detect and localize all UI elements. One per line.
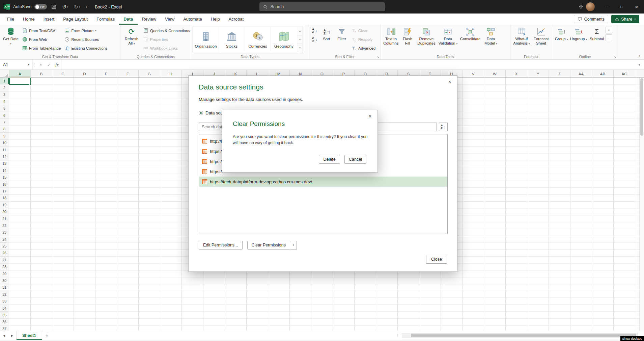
sort-button[interactable]: AZ↑↓ Sort [319, 26, 334, 42]
data-source-item[interactable]: https://tech-dataplatform-dev.apps.rhos.… [199, 177, 447, 187]
column-header-C[interactable]: C [52, 70, 74, 77]
enter-icon[interactable]: ✓ [45, 60, 53, 70]
vertical-scrollbar-thumb[interactable] [640, 78, 643, 136]
undo-button[interactable]: ↺▾ [61, 4, 69, 9]
column-header-G[interactable]: G [139, 70, 160, 77]
collapse-ribbon-icon[interactable]: ∧ [638, 54, 641, 58]
row-header-31[interactable]: 31 [0, 284, 9, 291]
column-header-F[interactable]: F [117, 70, 139, 77]
close-icon[interactable]: × [365, 112, 375, 121]
workbook-links-button[interactable]: Workbook Links [141, 44, 192, 52]
minimize-button[interactable]: — [599, 0, 614, 14]
queries-connections-button[interactable]: Queries & Connections [141, 26, 192, 35]
flash-fill-button[interactable]: Flash Fill [400, 26, 415, 47]
row-header-1[interactable]: 1 [0, 78, 9, 84]
row-header-5[interactable]: 5 [0, 105, 9, 112]
column-header-Z[interactable]: Z [549, 70, 570, 77]
fill-handle[interactable] [29, 83, 31, 85]
subtotal-button[interactable]: Σ Subtotal [588, 26, 606, 42]
cancel-icon[interactable]: × [37, 60, 45, 70]
text-to-columns-button[interactable]: Text to Columns [382, 26, 400, 47]
properties-button[interactable]: Properties [141, 35, 192, 44]
tab-home[interactable]: Home [19, 14, 39, 25]
row-header-28[interactable]: 28 [0, 264, 9, 270]
formula-input[interactable] [61, 60, 635, 70]
data-validation-button[interactable]: Data Validation ▾ [438, 26, 458, 47]
column-header-W[interactable]: W [484, 70, 506, 77]
row-header-33[interactable]: 33 [0, 298, 9, 305]
row-header-19[interactable]: 19 [0, 202, 9, 208]
cancel-button[interactable]: Cancel [344, 155, 366, 164]
row-header-32[interactable]: 32 [0, 291, 9, 298]
dialog-launcher-icon[interactable]: ↘ [614, 55, 616, 59]
gallery-up-icon[interactable]: ▴ [297, 27, 303, 35]
vertical-scrollbar[interactable] [639, 78, 644, 331]
column-header-Y[interactable]: Y [527, 70, 549, 77]
formula-bar-expand-icon[interactable]: ▾ [635, 60, 644, 70]
data-type-geography[interactable]: Geography [271, 27, 297, 52]
tab-insert[interactable]: Insert [39, 14, 59, 25]
tab-acrobat[interactable]: Acrobat [224, 14, 248, 25]
column-header-H[interactable]: H [160, 70, 182, 77]
row-header-4[interactable]: 4 [0, 98, 9, 105]
data-type-organization[interactable]: Organization [193, 27, 219, 52]
user-avatar[interactable] [586, 2, 595, 11]
filter-button[interactable]: Filter [334, 26, 349, 42]
column-header-AC[interactable]: AC [614, 70, 635, 77]
add-sheet-button[interactable]: + [42, 333, 52, 338]
selected-cell-a1[interactable] [9, 78, 31, 85]
gem-icon[interactable] [579, 4, 583, 9]
show-desktop-button[interactable]: Show desktop [620, 336, 644, 341]
sheet-nav-left-icon[interactable]: ◀ [0, 334, 8, 337]
row-header-6[interactable]: 6 [0, 112, 9, 119]
remove-duplicates-button[interactable]: Remove Duplicates [415, 26, 438, 47]
row-header-35[interactable]: 35 [0, 312, 9, 318]
from-text-csv-button[interactable]: From Text/CSV [20, 26, 62, 35]
clear-permissions-dropdown-icon[interactable]: ▾ [290, 241, 297, 250]
tab-view[interactable]: View [161, 14, 179, 25]
row-header-9[interactable]: 9 [0, 133, 9, 139]
from-table-range-button[interactable]: From Table/Range [20, 44, 62, 52]
redo-button[interactable]: ↻▾ [73, 4, 81, 9]
dialog-launcher-icon[interactable]: ↘ [376, 55, 379, 59]
recent-sources-button[interactable]: Recent Sources [62, 35, 109, 44]
show-detail-icon[interactable]: + [606, 27, 612, 33]
row-header-10[interactable]: 10 [0, 140, 9, 147]
sheet-tab-sheet1[interactable]: Sheet1 [16, 331, 42, 340]
row-header-29[interactable]: 29 [0, 270, 9, 277]
row-header-14[interactable]: 14 [0, 167, 9, 174]
row-header-22[interactable]: 22 [0, 222, 9, 229]
row-header-23[interactable]: 23 [0, 229, 9, 236]
comments-button[interactable]: Comments [574, 15, 608, 23]
hide-detail-icon[interactable]: − [606, 34, 612, 41]
column-header-B[interactable]: B [31, 70, 52, 77]
name-box[interactable]: A1▾ [0, 60, 32, 70]
row-header-37[interactable]: 37 [0, 325, 9, 331]
get-data-button[interactable]: Get Data ▾ [1, 26, 20, 47]
what-if-analysis-button[interactable]: ? What-If Analysis ▾ [512, 26, 531, 47]
clear-filter-button[interactable]: Clear [349, 26, 377, 35]
horizontal-scrollbar-thumb[interactable] [411, 334, 636, 337]
column-header-D[interactable]: D [74, 70, 95, 77]
row-header-8[interactable]: 8 [0, 126, 9, 133]
existing-connections-button[interactable]: Existing Connections [62, 44, 109, 52]
column-header-V[interactable]: V [463, 70, 484, 77]
row-header-18[interactable]: 18 [0, 195, 9, 202]
column-header-X[interactable]: X [506, 70, 527, 77]
row-header-17[interactable]: 17 [0, 188, 9, 194]
row-header-15[interactable]: 15 [0, 174, 9, 181]
row-header-25[interactable]: 25 [0, 243, 9, 250]
tab-formulas[interactable]: Formulas [92, 14, 119, 25]
column-header-E[interactable]: E [95, 70, 117, 77]
row-header-20[interactable]: 20 [0, 208, 9, 215]
reapply-filter-button[interactable]: Reapply [349, 35, 377, 44]
data-type-stocks[interactable]: Stocks [219, 27, 245, 52]
advanced-filter-button[interactable]: Advanced [349, 44, 377, 52]
tab-review[interactable]: Review [138, 14, 161, 25]
share-button[interactable]: Share ▾ [611, 15, 639, 23]
save-button[interactable] [50, 4, 58, 9]
insert-function-icon[interactable]: fx [53, 60, 61, 70]
data-type-currencies[interactable]: $€ Currencies [245, 27, 271, 52]
consolidate-button[interactable]: Consolidate [458, 26, 482, 42]
sort-ascending-button[interactable]: AZ↓ [310, 26, 319, 35]
